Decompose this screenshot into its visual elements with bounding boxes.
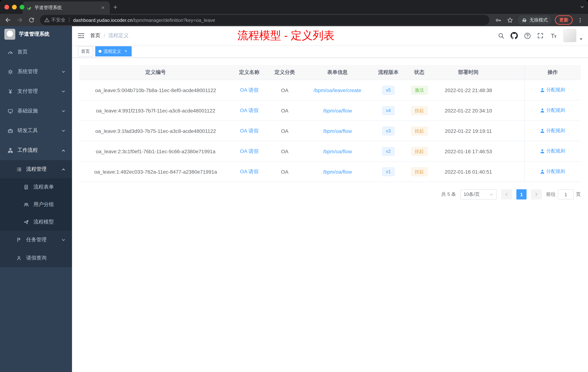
sidebar-item-leave-query[interactable]: 请假查询 bbox=[0, 249, 72, 267]
cell-definition-id: oa_leave:3:1fad3d93-7b75-11ec-a3c8-acde4… bbox=[79, 121, 232, 141]
browser-tab[interactable]: 芋道管理系统 × bbox=[22, 1, 110, 14]
form-link[interactable]: /bpm/oa/flow bbox=[323, 108, 352, 113]
sidebar-item-label: 基础设施 bbox=[17, 108, 38, 114]
assign-rule-link[interactable]: 分配规则 bbox=[540, 168, 565, 175]
tab-close-icon[interactable]: × bbox=[100, 4, 106, 11]
tag-close-icon[interactable]: × bbox=[123, 49, 128, 54]
table-row: oa_leave:5:004b710b-7b8a-11ec-8ef0-acde4… bbox=[79, 80, 581, 100]
cell-definition-id: oa_leave:5:004b710b-7b8a-11ec-8ef0-acde4… bbox=[79, 80, 232, 100]
form-link[interactable]: /bpm/oa/leave/create bbox=[314, 87, 361, 93]
cell-definition-id: oa_leave:1:482ec033-762a-11ec-8477-a2380… bbox=[79, 161, 232, 182]
sidebar-item-home[interactable]: 首页 bbox=[0, 42, 72, 62]
browser-menu-icon[interactable] bbox=[575, 15, 585, 25]
user-avatar[interactable] bbox=[563, 29, 576, 42]
navbar-actions bbox=[496, 28, 588, 43]
table-row: oa_leave:4:991f2193-7b7f-11ec-a3c8-acde4… bbox=[79, 100, 581, 121]
security-warning[interactable]: 不安全 bbox=[44, 17, 65, 23]
forward-icon[interactable] bbox=[15, 15, 25, 25]
page-number-button[interactable]: 1 bbox=[516, 189, 526, 199]
window-zoom-button[interactable] bbox=[20, 5, 24, 9]
status-badge: 挂起 bbox=[411, 167, 428, 176]
security-label: 不安全 bbox=[51, 17, 65, 23]
sidebar-item-infra[interactable]: 基础设施 bbox=[0, 101, 72, 121]
breadcrumb-home[interactable]: 首页 bbox=[90, 33, 100, 39]
help-icon[interactable] bbox=[522, 28, 533, 43]
definition-name-link[interactable]: OA 请假 bbox=[240, 107, 259, 113]
definition-name-link[interactable]: OA 请假 bbox=[240, 87, 259, 93]
page-size-select[interactable]: 10条/页 bbox=[460, 189, 497, 199]
goto-unit: 页 bbox=[576, 191, 581, 198]
page-size-value: 10条/页 bbox=[464, 191, 480, 198]
user-icon bbox=[540, 149, 545, 153]
reload-icon[interactable] bbox=[26, 15, 36, 25]
definition-name-link[interactable]: OA 请假 bbox=[240, 148, 259, 154]
avatar-caret-icon[interactable] bbox=[579, 37, 583, 43]
sidebar-menu: 首页 系统管理 支付管理 基础设施 bbox=[0, 42, 72, 267]
sidebar-item-process-manage[interactable]: 流程管理 bbox=[0, 160, 72, 178]
bookmark-star-icon[interactable] bbox=[505, 15, 515, 25]
sidebar-item-process-form[interactable]: 流程表单 bbox=[0, 178, 72, 196]
definition-name-link[interactable]: OA 请假 bbox=[240, 168, 259, 174]
goto-label: 前往 bbox=[546, 191, 556, 198]
github-icon[interactable] bbox=[509, 28, 520, 43]
chevron-up-icon bbox=[62, 167, 65, 171]
sidebar-item-task-manage[interactable]: 任务管理 bbox=[0, 231, 72, 249]
table-row: oa_leave:3:1fad3d93-7b75-11ec-a3c8-acde4… bbox=[79, 121, 581, 141]
breadcrumb-separator: / bbox=[104, 33, 105, 39]
fullscreen-icon[interactable] bbox=[535, 28, 546, 43]
table-row: oa_leave:2:3c1f0ef1-76b1-11ec-9c66-a2380… bbox=[79, 141, 581, 161]
sidebar-item-user-group[interactable]: 用户分组 bbox=[0, 196, 72, 213]
col-spacer bbox=[503, 65, 524, 80]
definition-name-link[interactable]: OA 请假 bbox=[240, 128, 259, 133]
monitor-icon bbox=[7, 108, 13, 114]
update-chrome-button[interactable]: 更新 bbox=[555, 15, 573, 25]
form-link[interactable]: /bpm/oa/flow bbox=[323, 169, 352, 175]
window-minimize-button[interactable] bbox=[12, 5, 17, 9]
font-size-icon[interactable] bbox=[548, 28, 559, 43]
next-page-button[interactable] bbox=[531, 189, 542, 199]
prev-page-button[interactable] bbox=[501, 189, 512, 199]
cell-category: OA bbox=[267, 161, 303, 182]
pagination: 共 5 条 10条/页 1 前往 页 bbox=[79, 189, 581, 199]
assign-rule-link[interactable]: 分配规则 bbox=[540, 148, 565, 154]
tag-home[interactable]: 首页 bbox=[78, 46, 93, 56]
address-bar[interactable]: 不安全 dashboard.yudao.iocoder.cn/bpm/manag… bbox=[40, 15, 489, 25]
chevron-down-icon bbox=[62, 129, 65, 133]
active-dot bbox=[99, 50, 101, 53]
assign-rule-link[interactable]: 分配规则 bbox=[540, 107, 565, 114]
col-definition-id: 定义编号 bbox=[79, 65, 232, 80]
sidebar-item-devtools[interactable]: 研发工具 bbox=[0, 121, 72, 141]
col-definition-category: 定义分类 bbox=[267, 65, 303, 80]
assign-rule-link[interactable]: 分配规则 bbox=[540, 128, 565, 134]
workflow-submenu: 流程管理 流程表单 用户分组 bbox=[0, 160, 72, 267]
col-process-version: 流程版本 bbox=[372, 65, 405, 80]
cell-deploy-time: 2022-01-22 21:48:38 bbox=[434, 80, 503, 100]
password-key-icon[interactable] bbox=[493, 15, 503, 25]
tab-list-chevron-icon[interactable] bbox=[580, 0, 584, 14]
cell-deploy-time: 2022-01-22 19:19:11 bbox=[434, 121, 503, 141]
assign-rule-link[interactable]: 分配规则 bbox=[540, 87, 565, 93]
sidebar-item-label: 工作流程 bbox=[17, 147, 38, 153]
breadcrumb: 首页 / 流程定义 bbox=[90, 33, 129, 39]
logo-title: 芋道管理系统 bbox=[19, 31, 50, 37]
goto-page-input[interactable] bbox=[558, 189, 574, 199]
status-badge: 挂起 bbox=[411, 127, 428, 135]
tag-process-definition[interactable]: 流程定义 × bbox=[95, 46, 132, 56]
user-icon bbox=[540, 129, 545, 133]
hamburger-icon[interactable] bbox=[72, 26, 90, 45]
back-icon[interactable] bbox=[3, 15, 13, 25]
new-tab-button[interactable]: + bbox=[110, 1, 121, 14]
cell-category: OA bbox=[267, 141, 303, 161]
form-link[interactable]: /bpm/oa/flow bbox=[323, 148, 352, 154]
window-close-button[interactable] bbox=[4, 5, 9, 9]
sidebar-item-workflow[interactable]: 工作流程 bbox=[0, 141, 72, 160]
sidebar-item-payment[interactable]: 支付管理 bbox=[0, 82, 72, 101]
sidebar-item-process-model[interactable]: 流程模型 bbox=[0, 213, 72, 231]
cell-deploy-time: 2022-01-16 17:46:53 bbox=[434, 141, 503, 161]
sidebar-item-label: 用户分组 bbox=[33, 201, 54, 208]
sidebar-item-system[interactable]: 系统管理 bbox=[0, 62, 72, 82]
user-icon bbox=[540, 88, 545, 92]
search-icon[interactable] bbox=[496, 28, 506, 43]
form-link[interactable]: /bpm/oa/flow bbox=[323, 128, 352, 134]
chevron-down-icon bbox=[62, 109, 65, 113]
